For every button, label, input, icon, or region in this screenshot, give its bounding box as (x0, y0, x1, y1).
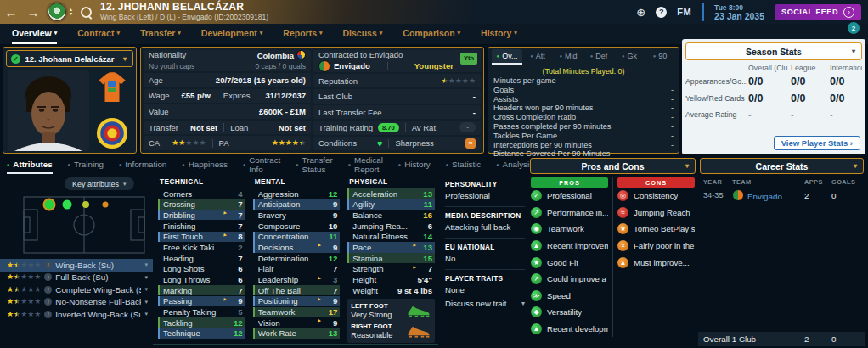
attribute-row[interactable]: Concentration ▲ 11 (253, 232, 341, 242)
nav-menu-item[interactable]: Transfer ▾ (140, 24, 181, 44)
attribute-row[interactable]: Stamina ▲ 15 (347, 253, 435, 263)
team-switcher[interactable]: ▴ ▾ (70, 8, 72, 16)
condition-row[interactable]: Conditions ♥ Sharpness ≈ (313, 137, 481, 150)
attribute-row[interactable]: Corners ▲ 4 (158, 188, 245, 199)
info-icon[interactable]: i (44, 298, 52, 306)
player-selector-dropdown[interactable]: ✓ 12. Jhohann Belalcázar ▾ (6, 50, 133, 67)
cons-item[interactable]: × Fairly poor in the air (617, 238, 695, 255)
profile-tab[interactable]: ● Information (119, 156, 166, 174)
cons-item[interactable]: ▲ Must improve... (617, 254, 695, 271)
social-feed-button[interactable]: SOCIAL FEED › (775, 4, 861, 20)
profile-tab[interactable]: ● Contract Info (243, 156, 280, 174)
game-clock[interactable]: Tue 8:00 23 Jan 2035 (714, 3, 764, 20)
nav-menu-item[interactable]: Reports ▾ (283, 24, 322, 44)
nav-menu-item[interactable]: History ▾ (481, 24, 517, 44)
role-row[interactable]: ★★★★★★★★★★ i Wing-Back (Su) ▾ (0, 259, 153, 272)
attribute-row[interactable]: Determination ▲ 12 (253, 253, 341, 263)
attribute-row[interactable]: Leadership ▲ 3 (253, 275, 341, 285)
nav-menu-item[interactable]: Development ▾ (201, 24, 262, 44)
attribute-row[interactable]: Vision ▲ 9 (253, 317, 341, 328)
profile-tab[interactable]: ● Medical Report (348, 156, 383, 174)
forward-icon[interactable]: → (22, 5, 44, 20)
attribute-row[interactable]: Height ▲ 5'4" (347, 275, 435, 285)
stats-tab[interactable]: ● 90 (645, 49, 675, 65)
pros-item[interactable]: ↗ Performance in... (531, 205, 608, 222)
attribute-row[interactable]: Tackling ▲ 12 (158, 317, 245, 328)
wage-expires-row[interactable]: Wage £55 p/w Expires 31/12/2037 (144, 89, 311, 104)
attribute-row[interactable]: Flair ▲ 7 (253, 264, 341, 274)
pros-item[interactable]: ▲ Recent development (531, 321, 608, 338)
stat-row[interactable]: Interceptions per 90 minutes - (492, 141, 675, 150)
attribute-row[interactable]: Heading ▲ 7 (158, 253, 245, 263)
career-team-link[interactable]: Envigado (732, 189, 801, 201)
attribute-row[interactable]: Long Throws ▲ 6 (158, 275, 245, 285)
nav-menu-item[interactable]: Overview ▾ (12, 24, 57, 44)
nav-menu-item[interactable]: Comparison ▾ (403, 24, 460, 44)
attribute-row[interactable]: Long Shots ▲ 6 (158, 264, 245, 274)
stat-row[interactable]: Cross Completion Ratio - (492, 113, 675, 122)
role-row[interactable]: ★★★★★★★★★★ i Inverted Wing-Back (Su) ▾ (0, 308, 153, 321)
role-row[interactable]: ★★★★★★★★★★ i Complete Wing-Back (Su) ▾ (0, 283, 153, 296)
stats-tab[interactable]: ● Att (522, 49, 553, 65)
club-crest-icon[interactable] (48, 3, 66, 21)
attribute-row[interactable]: Technique ▲ 12 (158, 328, 245, 339)
profile-tab[interactable]: ● Attributes (7, 156, 53, 174)
attribute-row[interactable]: Crossing ▲ 7 (158, 199, 245, 210)
nav-menu-item[interactable]: Discuss ▾ (343, 24, 383, 44)
view-player-stats-button[interactable]: View Player Stats › (774, 136, 860, 150)
season-stats-dropdown[interactable]: Season Stats ▾ (685, 42, 862, 60)
search-icon[interactable] (81, 7, 92, 18)
club-name[interactable]: Envigado (334, 61, 370, 71)
stats-tab[interactable]: ● Def (583, 49, 614, 65)
notification-badge[interactable]: 2 (848, 22, 860, 34)
age-row[interactable]: Age 20/7/2018 (16 years old) (144, 73, 311, 87)
role-row[interactable]: ★★★★★★★★★★ i No-Nonsense Full-Back (De) … (0, 296, 153, 309)
cons-item[interactable]: ◎ Consistency (617, 188, 695, 205)
reputation-row[interactable]: Reputation ★★★★★★★★★★ (313, 74, 481, 87)
training-rating-row[interactable]: Training Rating 8.70 Av Rat - (313, 121, 481, 134)
attribute-row[interactable]: Marking ▲ 7 (158, 285, 245, 295)
stat-row[interactable]: Goals - (492, 86, 675, 95)
last-club-row[interactable]: Last Club - (313, 89, 481, 103)
stat-row[interactable]: Passes completed per 90 minutes - (492, 122, 675, 132)
attribute-row[interactable]: Natural Fitness ▲ 14 (347, 232, 435, 242)
attribute-row[interactable]: Dribbling ▲ 7 (158, 210, 245, 220)
info-icon[interactable]: i (44, 261, 52, 269)
attribute-row[interactable]: Penalty Taking ▲ 5 (158, 307, 245, 317)
attribute-row[interactable]: Passing ▲ 9 (158, 296, 245, 306)
cons-item[interactable]: ★ Torneo BetPlay standa... (617, 221, 695, 238)
chevron-down-icon[interactable]: ▾ (144, 299, 148, 306)
pros-item[interactable]: ★ Good Fit (531, 254, 608, 271)
profile-tab[interactable]: ● Happiness (182, 156, 228, 174)
back-icon[interactable]: ← (0, 5, 22, 20)
pros-item[interactable]: ▲ Recent improvement (531, 238, 608, 255)
globe-icon[interactable]: ⊕ (636, 6, 645, 19)
attribute-row[interactable]: First Touch ▲ 8 (158, 232, 245, 242)
ca-pa-row[interactable]: CA ★★★★★★★★★★ PA ★★★★★★★★★★ (144, 136, 311, 150)
attribute-row[interactable]: Decisions ▲ 9 (253, 242, 341, 252)
attribute-row[interactable]: Weight ▲ 9 st 4 lbs (347, 285, 435, 295)
attribute-row[interactable]: Anticipation ▲ 9 (253, 199, 341, 210)
profile-tab[interactable]: ● Transfer Status (296, 156, 332, 174)
stats-tab[interactable]: ● Mid (553, 49, 583, 65)
attribute-row[interactable]: Aggression ▲ 12 (253, 188, 341, 199)
stats-tab[interactable]: ● Gk (614, 49, 645, 65)
attribute-row[interactable]: Positioning ▲ 9 (253, 296, 341, 306)
info-icon[interactable]: i (44, 273, 52, 281)
stat-row[interactable]: Headers won per 90 minutes - (492, 104, 675, 113)
stats-tab[interactable]: ● Ov... (492, 49, 522, 65)
chevron-down-icon[interactable]: ▾ (144, 286, 148, 293)
value-row[interactable]: Value £600K - £1M (144, 104, 311, 119)
attribute-row[interactable]: Acceleration ▲ 13 (347, 188, 435, 199)
stat-row[interactable]: Assists - (492, 95, 675, 104)
profile-tab[interactable]: ● History (398, 156, 431, 174)
pros-item[interactable]: ◉ Teamwork (531, 221, 608, 238)
contracted-row[interactable]: Yth Contracted to Envigado Envigado Youn… (313, 50, 481, 72)
chevron-down-icon[interactable]: ▾ (144, 311, 148, 317)
attribute-row[interactable]: Balance ▲ 16 (347, 210, 435, 220)
attribute-row[interactable]: Free Kick Taki... ▲ 2 (158, 242, 245, 252)
stat-row[interactable]: Tackles Per Game - (492, 132, 675, 141)
attribute-row[interactable]: Off The Ball ▲ 7 (253, 285, 341, 295)
role-row[interactable]: ★★★★★★★★★★ i Full-Back (Su) ▾ (0, 272, 153, 284)
profile-tab[interactable]: ● Statistic (446, 156, 482, 174)
